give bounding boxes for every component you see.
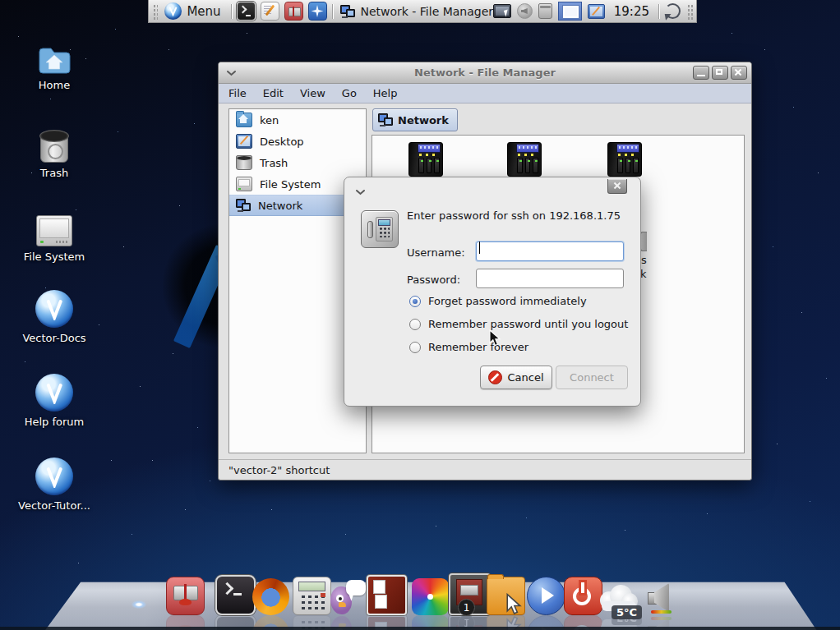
username-input[interactable] [476, 241, 624, 261]
desktop-icon-label: Vector-Tutor... [18, 499, 90, 512]
radio-label: Forget password immediately [428, 295, 587, 307]
menu-view[interactable]: View [300, 87, 325, 99]
package-tool-icon[interactable] [166, 577, 205, 615]
radio-label: Remember forever [428, 341, 528, 353]
ssh-password-dialog: Enter password for ssh on 192.168.1.75 U… [344, 177, 641, 407]
desktop-icon-file-system[interactable]: File System [9, 215, 99, 263]
menu-file[interactable]: File [228, 87, 247, 99]
desktop-icon [236, 134, 252, 149]
file-manager-icon[interactable] [487, 577, 525, 615]
password-input[interactable] [476, 269, 624, 288]
desktop-icon-vector-tutorial[interactable]: Vector-Tutor... [9, 458, 99, 512]
settings-launcher-icon[interactable] [308, 2, 327, 21]
sound-tray-icon[interactable] [517, 3, 533, 19]
desktop-icon-label: File System [24, 251, 85, 263]
partial-label-fragment: k [640, 268, 647, 280]
package-updates-icon[interactable]: 1 [449, 573, 491, 615]
panel-grip-right[interactable] [686, 3, 693, 20]
vector-globe-icon [35, 290, 73, 328]
radio-label: Remember password until you logout [428, 318, 628, 330]
package-manager-launcher-icon[interactable] [284, 2, 303, 21]
desktop-icon-label: Trash [40, 167, 68, 179]
network-server-icon[interactable] [507, 142, 542, 177]
panel-separator [658, 4, 659, 19]
display-settings-icon[interactable] [493, 4, 511, 18]
partially-hidden-icon[interactable] [640, 232, 647, 251]
workspace-pager[interactable] [558, 2, 582, 21]
radio-icon[interactable] [409, 342, 421, 353]
session-restart-icon[interactable] [665, 3, 681, 19]
panel-grip-left[interactable] [152, 3, 158, 20]
trash-icon [236, 155, 252, 170]
menu-go[interactable]: Go [342, 87, 357, 99]
dialog-message: Enter password for ssh on 192.168.1.75 [407, 209, 630, 223]
minimize-button[interactable] [693, 66, 709, 80]
image-viewer-icon[interactable] [412, 578, 449, 615]
home-folder-icon [37, 45, 72, 75]
starfield [0, 0, 1, 1]
network-icon [236, 199, 251, 212]
sidebar-item-ken[interactable]: ken [229, 109, 366, 131]
sidebar-item-label: ken [260, 114, 279, 126]
desktop-icon-help-forum[interactable]: Help forum [9, 374, 99, 428]
desktop-settings-icon[interactable] [588, 4, 605, 19]
sidebar-item-label: Trash [260, 157, 288, 169]
taskbar-item-file-manager[interactable]: Network - File Manager [337, 3, 487, 20]
radio-remember-until-logout[interactable]: Remember password until you logout [409, 318, 628, 330]
text-caret [479, 241, 480, 254]
vector-globe-icon [35, 374, 73, 412]
breadcrumb-network-button[interactable]: Network [372, 108, 458, 131]
breadcrumb-label: Network [398, 114, 449, 126]
vectorlinux-logo-icon [164, 2, 182, 20]
clock[interactable]: 19:25 [611, 4, 653, 19]
menu-help[interactable]: Help [373, 87, 398, 99]
desktop-icon-vector-docs[interactable]: Vector-Docs [9, 290, 99, 344]
sidebar-item-label: Desktop [260, 136, 304, 148]
weather-applet-icon[interactable]: 5°C [598, 578, 635, 615]
media-player-icon[interactable] [527, 577, 565, 615]
terminal-launcher-icon[interactable] [237, 2, 256, 21]
top-panel: Menu Network - File Manager 19:25 [148, 0, 697, 23]
radio-forget-password[interactable]: Forget password immediately [409, 295, 587, 307]
volume-icon[interactable] [643, 578, 680, 615]
menu-button[interactable]: Menu [163, 2, 225, 21]
sidebar-item-desktop[interactable]: Desktop [229, 131, 366, 152]
calculator-icon[interactable] [293, 577, 331, 615]
terminal-icon[interactable] [215, 575, 256, 615]
drive-icon [36, 215, 72, 246]
network-server-icon[interactable] [408, 142, 443, 177]
office-documents-icon[interactable] [367, 575, 407, 615]
menu-edit[interactable]: Edit [263, 87, 284, 99]
status-bar: "vector-2" shortcut [219, 459, 751, 480]
sidebar-item-trash[interactable]: Trash [229, 152, 366, 173]
trash-tray-icon[interactable] [538, 3, 552, 19]
desktop-icon-trash[interactable]: Trash [9, 130, 99, 179]
cancel-button[interactable]: Cancel [480, 366, 552, 389]
status-text: "vector-2" shortcut [228, 464, 330, 476]
radio-icon[interactable] [409, 319, 421, 330]
panel-separator [332, 4, 333, 19]
connect-label: Connect [570, 371, 614, 384]
network-server-icon[interactable] [607, 142, 642, 177]
updates-count-badge: 1 [458, 599, 475, 616]
pidgin-messenger-icon[interactable] [329, 578, 366, 615]
maximize-button[interactable] [712, 66, 728, 80]
shutdown-icon[interactable] [564, 577, 602, 615]
connect-button-disabled[interactable]: Connect [556, 366, 628, 389]
dialog-close-button[interactable] [607, 179, 627, 194]
network-icon [340, 5, 355, 18]
taskbar-item-label: Network - File Manager [360, 5, 493, 18]
desktop-icon-label: Home [39, 79, 70, 91]
shade-chevron-icon[interactable] [355, 183, 366, 199]
close-button[interactable] [731, 66, 747, 80]
cancel-icon [488, 370, 502, 384]
radio-remember-forever[interactable]: Remember forever [409, 341, 528, 353]
trash-icon [39, 130, 70, 163]
sidebar-item-label: File System [260, 178, 321, 191]
radio-selected-icon[interactable] [409, 296, 421, 307]
temperature-badge: 5°C [612, 605, 642, 619]
firefox-icon[interactable] [252, 578, 289, 615]
desktop-icon-home[interactable]: Home [9, 45, 99, 91]
window-titlebar[interactable]: Network - File Manager [219, 62, 751, 84]
text-editor-launcher-icon[interactable] [261, 2, 279, 21]
